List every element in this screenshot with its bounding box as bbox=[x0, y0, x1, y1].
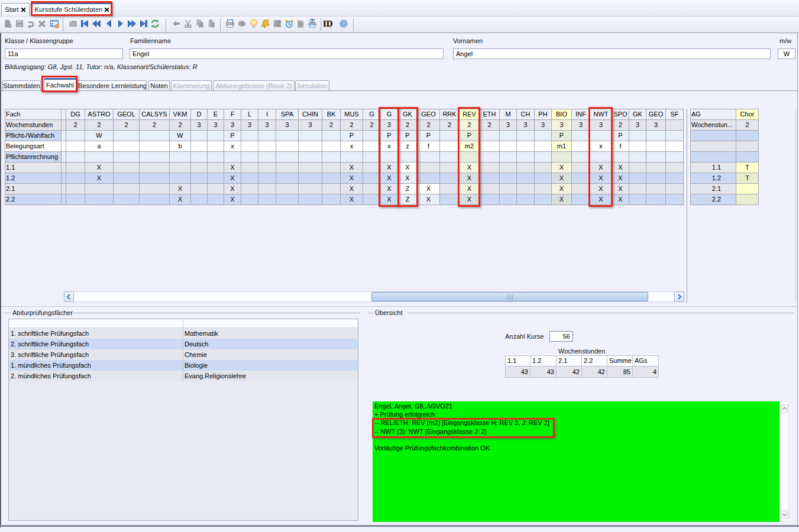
svg-text:?: ? bbox=[342, 21, 345, 27]
svg-text:Z: Z bbox=[311, 19, 313, 23]
svg-text:TB: TB bbox=[277, 21, 281, 24]
